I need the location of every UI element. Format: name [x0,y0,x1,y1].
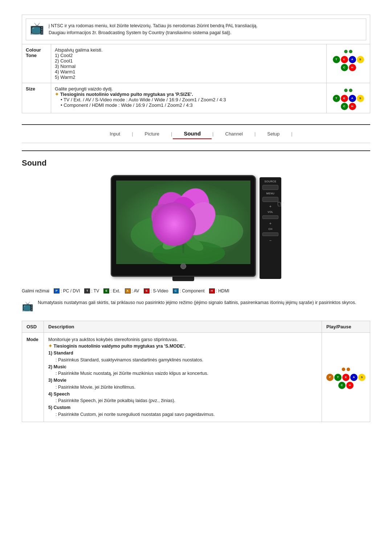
mode-icon-c: C [173,288,179,293]
mode-item-3-desc: : Pasirinkite Movie, jei žiūrite kinofil… [56,385,135,390]
modes-label: Galimi režimai [22,288,49,293]
remote-vol-label: VOL [261,211,279,213]
top-info-table: 📺 į NTSC ir yra rodomas meniu, kol žiūri… [22,15,370,113]
mode-item-5-desc: : Pasirinkite Custom, jei norite suregul… [56,412,215,417]
table-row-mode: Mode Monitoriuje yra aukštos kokybės ste… [22,332,370,422]
remote-btn-ch-down [262,232,278,236]
teas-t-size: T [333,95,340,102]
mode-item-1-desc: : Pasirinkus Standard, suaktyvinamos sta… [56,357,203,362]
btn-e: E [341,56,348,63]
mode-icon-t: T [84,288,90,293]
modes-row: Galimi režimai P : PC / DVI T : TV E : E… [22,288,370,293]
ntsc-note-text: į NTSC ir yra rodomas meniu, kol žiūrite… [49,23,258,36]
mode-desc-intro: Monitoriuje yra aukštos kokybės stereofo… [48,337,178,342]
teas-mode-row1: P T E A S [326,374,366,381]
mode-label-s: : S-Video [151,288,168,293]
mode-item-1: 1) Standard [48,351,73,356]
ntsc-note-box: 📺 į NTSC ir yra rodomas meniu, kol žiūri… [26,19,366,40]
colour-tone-row: Colour Tone Atspalvių galima keisti. 1) … [22,44,370,83]
btn-c-mode: C [338,382,346,389]
tab-input[interactable]: Input [99,129,131,138]
mode-icon-a: A [125,288,131,293]
size-bullet1: • TV / Ext. / AV / S-Video mode : Auto W… [61,97,226,102]
mode-icon-e: E [103,288,109,293]
header-playpause: Play/Pause [322,321,370,332]
svg-point-10 [177,210,190,223]
size-bold-text: Tiesioginis nuotolinio valdymo pulto myg… [60,92,193,97]
mode-star: ✦ [48,344,52,349]
tab-picture[interactable]: Picture [134,129,170,138]
btn-a: A [349,56,356,63]
colour-tone-desc: Atspalvių galima keisti. 1) Cool2 2) Coo… [51,44,327,83]
remote-btn-vol-down [262,215,278,219]
size-desc-text: Galite perjungti vaizdo dydį. [55,86,113,92]
btn-t: T [333,56,340,63]
nav-tabs-bar: Input | Picture | Sound | Channel | Setu… [22,124,370,143]
mode-item-2-desc: : Pasirinkite Music nuostatą, jei žiūrit… [56,371,208,376]
header-description: Description [44,321,322,332]
teas-size-row2: C H [341,103,356,110]
size-row: Size Galite perjungti vaizdo dydį. ✦ Tie… [22,83,370,113]
teas-e-size: E [341,95,348,102]
mode-item-5: 5) Custom [48,405,70,410]
tab-sound[interactable]: Sound [173,129,212,139]
table-header-row: OSD Description Play/Pause [22,321,370,332]
btn-t-mode: T [334,374,342,381]
mode-item-2: 2) Music [48,364,66,369]
remote-ch-btns [261,232,279,236]
sound-title: Sound [22,158,370,168]
mode-description: Monitoriuje yra aukštos kokybės stereofo… [44,332,322,422]
tab-channel[interactable]: Channel [215,129,254,138]
svg-point-9 [173,207,193,227]
mode-bold-key: Tiesioginis nuotolinio valdymo pulto myg… [53,344,185,349]
tv-power-button [180,263,186,269]
mode-label-t: : TV [91,288,99,293]
teas-s-size: S [357,95,364,102]
btn-c: C [341,64,348,71]
section-divider [22,150,370,151]
teas-row-2: C H [341,64,356,71]
nav-sep-3: | [212,131,214,137]
tv-wrapper: SOURCE MENU + VOL + CH − ☞ [111,175,281,281]
btn-h-mode: H [346,382,354,389]
size-desc: Galite perjungti vaizdo dydį. ✦ Tiesiogi… [51,83,327,113]
hand-cursor-icon: ☞ [277,199,285,209]
main-content-table: OSD Description Play/Pause Mode Monitori… [22,321,370,422]
modes-note-icon: 📺 [22,299,33,313]
btn-a-mode: A [350,374,358,381]
mode-label-p: : PC / DVI [61,288,80,293]
teas-badge-colour: ●● T E A S C H [333,47,364,71]
size-star: ✦ [55,92,59,97]
remote-ch-label: CH [261,228,279,230]
mode-pc-dvi: P : PC / DVI [54,288,80,293]
svg-point-11 [180,213,187,220]
size-icon-cell: ●● T E A S C H [327,83,370,113]
size-bullet2: • Component / HDMI mode : Wide / 16:9 / … [61,102,193,108]
modes-note-box: 📺 Numatytasis nustatymas gali skirtis, t… [22,299,370,313]
mode-tv: T : TV [84,288,99,293]
tab-setup[interactable]: Setup [256,129,290,138]
teas-a-size: A [349,95,356,102]
nav-sep-1: | [131,131,134,137]
remote-btn-source [262,185,278,190]
osd-mode-label: Mode [22,332,44,422]
teas-badge-size: ●● T E A S C H [333,86,364,110]
colour-tone-icon-cell: ●● T E A S C H [327,44,370,83]
teas-c-size: C [341,103,348,110]
remote-btn-menu [262,197,278,202]
colour-tone-label: Colour Tone [22,44,51,83]
remote-source-btn [261,185,279,190]
modes-note-text: Numatytasis nustatymas gali skirtis, tai… [38,299,356,306]
remote-panel: SOURCE MENU + VOL + CH − ☞ [260,177,281,279]
mode-label-e: : Ext. [110,288,120,293]
mode-icon-s: S [144,288,150,293]
mode-component: C : Component [173,288,205,293]
teas-h-size: H [349,103,356,110]
mode-item-4: 4) Speech [48,392,70,397]
teas-badge-mode: ●● P T E A S C H [326,365,366,389]
mode-icon-h: H [209,288,215,293]
mode-item-4-desc: : Pasirinkite Speech, jei žiūrite pokalb… [56,398,175,403]
remote-vol-btns [261,215,279,219]
info-icon: 📺 [30,23,44,34]
nav-sep-2: | [170,131,173,137]
